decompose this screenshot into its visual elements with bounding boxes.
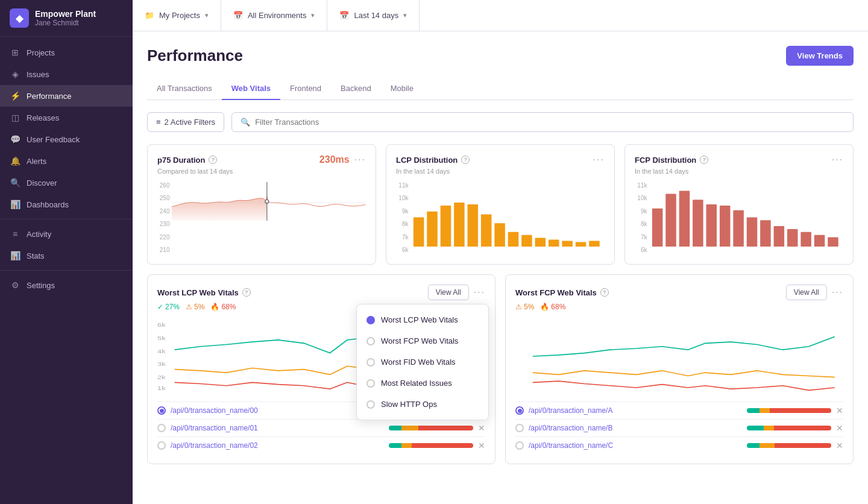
progress-yellow-02 [401,443,412,448]
active-filters-button[interactable]: ≡ 2 Active Filters [147,112,224,132]
lcp-title: LCP Distribution ? [396,156,470,165]
close-01[interactable]: ✕ [478,423,485,433]
dropdown-item-most-related[interactable]: Most Related Issues [357,373,488,394]
svg-rect-7 [468,204,479,247]
worst-lcp-menu-icon[interactable]: ··· [474,287,485,298]
worst-fcp-view-all-button[interactable]: View All [786,285,827,300]
radio-dot[interactable] [157,406,166,415]
dropdown-item-worst-fid[interactable]: Worst FID Web Vitals [357,351,488,373]
dropdown-item-worst-fcp[interactable]: Worst FCP Web Vitals [357,330,488,351]
sidebar-label-user-feedback: User Feedback [27,135,80,144]
worst-fcp-red-badge: 🔥 68% [540,303,565,311]
fcp-chart-wrap: 11k 10k 9k 8k 7k 6k [635,182,843,254]
svg-rect-9 [495,223,506,247]
environments-dropdown[interactable]: 📅 All Environments ▾ [221,0,328,31]
worst-fcp-orange-badge: ⚠ 5% [515,303,534,311]
sidebar-item-stats[interactable]: 📊 Stats [0,245,133,266]
fcp-y-axis: 11k 10k 9k 8k 7k 6k [635,182,649,254]
worst-lcp-red-badge: 🔥 68% [210,303,236,311]
sidebar-item-dashboards[interactable]: 📊 Dashboards [0,194,133,215]
fcp-menu-icon[interactable]: ··· [832,154,843,165]
worst-fcp-info-icon[interactable]: ? [600,288,609,297]
environments-icon: 📅 [233,11,243,20]
svg-text:4k: 4k [157,348,166,354]
sidebar-item-user-feedback[interactable]: 💬 User Feedback [0,128,133,150]
timerange-dropdown[interactable]: 📅 Last 14 days ▾ [327,0,420,31]
dropdown-item-worst-lcp[interactable]: Worst LCP Web Vitals [357,309,488,330]
worst-lcp-info-icon[interactable]: ? [242,288,251,297]
fcp-card-header: FCP Distribution ? ··· [635,154,843,165]
tab-backend[interactable]: Backend [331,78,381,100]
nav-section-main: ⊞ Projects ◈ Issues ⚡ Performance ◫ Rele… [0,37,133,301]
close-B[interactable]: ✕ [836,423,843,433]
active-filters-label: 2 Active Filters [165,118,216,127]
close-C[interactable]: ✕ [836,441,843,450]
p75-chart-wrap: 260 250 240 230 220 210 [157,182,366,254]
orange-pct: 5% [194,303,204,311]
transaction-name-C[interactable]: /api/0/transaction_name/C [529,441,742,450]
sidebar-item-issues[interactable]: ◈ Issues [0,63,133,85]
sidebar-item-alerts[interactable]: 🔔 Alerts [0,150,133,172]
close-02[interactable]: ✕ [478,441,485,450]
transaction-name-A[interactable]: /api/0/transaction_name/A [529,406,742,415]
svg-rect-3 [414,217,424,247]
worst-lcp-view-all-button[interactable]: View All [428,285,469,300]
worst-fcp-transactions: /api/0/transaction_name/A ✕ /api/0/trans… [515,402,843,454]
radio-dot[interactable] [157,424,166,432]
transaction-name-B[interactable]: /api/0/transaction_name/B [529,424,742,432]
p75-title-text: p75 Duration [157,156,205,165]
worst-fcp-badges: ⚠ 5% 🔥 68% [515,303,843,311]
sidebar-item-projects[interactable]: ⊞ Projects [0,42,133,63]
transaction-name-01[interactable]: /api/0/transaction_name/01 [171,424,384,432]
sidebar-item-activity[interactable]: ≡ Activity [0,223,133,245]
filter-icon: ≡ [156,118,161,127]
progress-bar-02 [389,443,473,448]
brand: ◆ Empower Plant Jane Schmidt [0,0,133,37]
worst-lcp-green-badge: ✓ 27% [157,303,180,311]
environments-chevron: ▾ [311,11,315,19]
transaction-name-02[interactable]: /api/0/transaction_name/02 [171,441,384,450]
search-input[interactable] [255,118,844,127]
worst-fcp-header: Worst FCP Web Vitals ? View All ··· [515,285,843,300]
transaction-name-00[interactable]: /api/0/transaction_name/00 [171,406,384,415]
worst-fcp-title-text: Worst FCP Web Vitals [515,288,597,297]
fcp-title: FCP Distribution ? [635,156,708,165]
sidebar-item-performance[interactable]: ⚡ Performance [0,85,133,107]
worst-fcp-menu-icon[interactable]: ··· [832,287,843,298]
tab-web-vitals[interactable]: Web Vitals [222,78,280,100]
discover-icon: 🔍 [10,177,20,188]
lcp-menu-icon[interactable]: ··· [593,154,605,165]
progress-green-B [747,426,764,430]
sidebar-item-discover[interactable]: 🔍 Discover [0,172,133,194]
radio-dot[interactable] [515,406,524,415]
radio-dot[interactable] [515,424,524,432]
dropdown-item-slow-http[interactable]: Slow HTTP Ops [357,394,488,415]
lcp-info-icon[interactable]: ? [461,156,470,164]
radio-dot[interactable] [157,441,166,450]
sidebar-item-releases[interactable]: ◫ Releases [0,107,133,128]
p75-title: p75 Duration ? [157,156,217,165]
p75-menu-icon[interactable]: ··· [354,154,366,165]
fcp-subtitle: In the last 14 days [635,168,843,175]
projects-dropdown[interactable]: 📁 My Projects ▾ [133,0,221,31]
tab-frontend[interactable]: Frontend [280,78,331,100]
worst-lcp-actions: View All ··· [428,285,485,300]
dropdown-radio-worst-fcp [366,337,375,345]
tab-all-transactions[interactable]: All Transactions [147,78,222,100]
sidebar-item-settings[interactable]: ⚙ Settings [0,274,133,296]
tab-mobile[interactable]: Mobile [381,78,423,100]
p75-info-icon[interactable]: ? [209,156,217,164]
sidebar-label-projects: Projects [27,48,55,57]
fcp-info-icon[interactable]: ? [700,156,708,164]
close-A[interactable]: ✕ [836,406,843,415]
progress-green-C [747,443,760,448]
topbar: 📁 My Projects ▾ 📅 All Environments ▾ 📅 L… [133,0,868,31]
view-trends-button[interactable]: View Trends [786,46,854,66]
timerange-label: Last 14 days [354,11,398,20]
svg-rect-28 [801,232,812,247]
svg-rect-4 [427,212,438,247]
worst-lcp-card: Worst LCP Web Vitals ? View All ··· ✓ 27… [147,274,495,464]
issues-icon: ◈ [10,69,20,80]
radio-dot[interactable] [515,441,524,450]
svg-rect-22 [720,206,731,247]
